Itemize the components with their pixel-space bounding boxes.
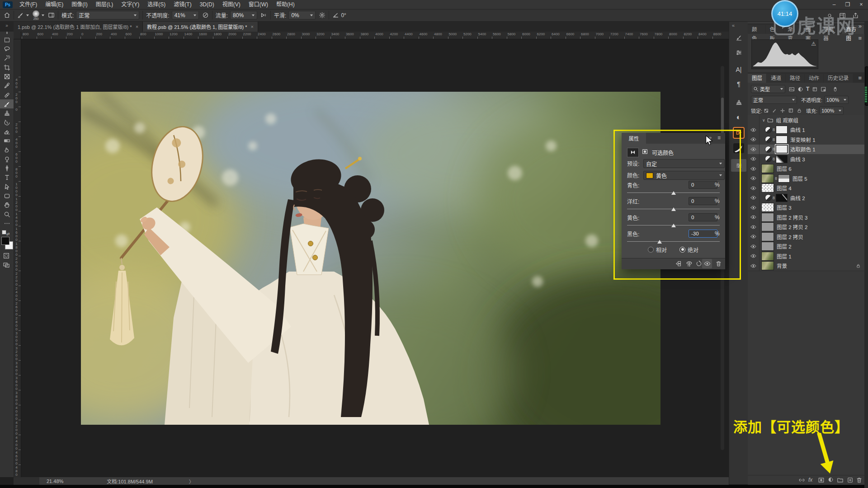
filter-adjustment-layers-icon[interactable] [797, 86, 803, 92]
menu-图层(L)[interactable]: 图层(L) [92, 0, 118, 9]
add-layer-mask-icon[interactable] [818, 477, 825, 485]
layer-visibility-icon[interactable] [748, 203, 760, 213]
preset-select[interactable]: 自定 [643, 159, 725, 168]
lock-all-icon[interactable] [797, 108, 802, 113]
link-layers-icon[interactable] [798, 477, 805, 485]
panel-scrollbar[interactable] [864, 21, 868, 488]
layer-opacity-input[interactable]: 100% [824, 96, 849, 104]
frame-tool[interactable] [0, 72, 14, 81]
layer-row-组 观察组[interactable]: ∨组 观察组 [748, 115, 864, 126]
menu-窗口(W)[interactable]: 窗口(W) [245, 0, 272, 9]
layer-mask-thumbnail[interactable] [776, 155, 788, 163]
filter-smart-object-icon[interactable] [821, 86, 826, 92]
layers-panel-menu-icon[interactable]: ≡ [858, 75, 862, 81]
layer-mask-thumbnail[interactable] [776, 126, 788, 134]
tool-presets-panel-icon[interactable] [731, 46, 746, 59]
layer-name[interactable]: 图层 4 [777, 184, 792, 192]
layer-row-图层 1[interactable]: 图层 1 [748, 251, 864, 262]
radio-相对[interactable]: 相对 [648, 246, 667, 253]
paragraph-panel-icon[interactable]: ¶ [731, 78, 746, 90]
eyedropper-tool[interactable] [0, 81, 14, 90]
stamp-tool[interactable] [0, 109, 14, 118]
delete-layer-icon[interactable] [856, 477, 863, 485]
dr-plugin-panel-icon[interactable]: Dr [731, 127, 746, 139]
share-icon[interactable] [852, 12, 859, 21]
search-icon[interactable] [827, 12, 833, 21]
panel-tab-导航器[interactable]: 导航器 [819, 25, 841, 34]
shape-tool[interactable] [0, 191, 14, 200]
workspace-icon[interactable] [839, 12, 846, 21]
layer-row-曲线 3[interactable]: 8曲线 3 [748, 154, 864, 164]
clone-source-panel-icon[interactable] [731, 96, 746, 108]
pressure-opacity-icon[interactable] [202, 12, 209, 19]
minimize-button[interactable]: – [827, 0, 841, 9]
layer-thumbnail[interactable] [761, 203, 774, 212]
layer-thumbnail[interactable] [761, 213, 774, 222]
layer-row-曲线 1[interactable]: 8曲线 1 [748, 125, 864, 136]
brush-tool[interactable] [0, 99, 14, 108]
slider-value-input[interactable]: -30 [689, 230, 717, 238]
toolbar-collapse-icon[interactable]: » [0, 21, 14, 32]
filter-type-layers-icon[interactable]: T [806, 86, 809, 92]
panel-tab-路径[interactable]: 路径 [786, 74, 804, 83]
layer-thumbnail[interactable] [761, 183, 774, 192]
slider-value-input[interactable]: 0 [689, 181, 717, 189]
close-tab-icon[interactable]: × [251, 24, 254, 29]
menu-滤镜(T)[interactable]: 滤镜(T) [170, 0, 195, 9]
layer-thumbnail[interactable] [761, 222, 774, 231]
blend-mode-select[interactable]: 正常 [76, 11, 139, 19]
layer-thumbnail[interactable] [761, 252, 774, 261]
layer-row-渐变映射 1[interactable]: 8渐变映射 1 [748, 135, 864, 145]
histogram-panel-menu-icon[interactable]: ≡ [858, 35, 862, 42]
lasso-tool[interactable] [0, 45, 14, 54]
layer-name[interactable]: 图层 2 拷贝 2 [777, 223, 807, 230]
retouch-plugin-panel-icon[interactable] [731, 142, 746, 155]
collapse-panels-icon[interactable]: « [732, 23, 735, 28]
layer-visibility-icon[interactable] [748, 212, 760, 222]
layer-thumbnail[interactable] [761, 164, 774, 173]
layer-row-图层 2 拷贝 2[interactable]: 图层 2 拷贝 2 [748, 222, 864, 233]
lock-pixels-icon[interactable] [772, 108, 777, 113]
slider-thumb[interactable] [671, 191, 676, 195]
brush-preset-picker[interactable]: 250 [33, 10, 39, 20]
panel-tab-通道[interactable]: 通道 [767, 74, 785, 83]
layer-row-图层 2 拷贝 3[interactable]: 图层 2 拷贝 3 [748, 212, 864, 223]
filter-shape-layers-icon[interactable] [812, 86, 818, 92]
layer-thumbnail[interactable] [761, 232, 774, 241]
layer-style-icon[interactable]: fx [808, 477, 812, 483]
wand-tool[interactable] [0, 54, 14, 63]
layer-visibility-icon[interactable] [748, 222, 760, 232]
new-layer-icon[interactable] [847, 477, 854, 485]
pen-tool[interactable] [0, 164, 14, 173]
layer-name[interactable]: 图层 2 [777, 243, 792, 250]
lock-position-icon[interactable] [780, 108, 785, 113]
slider-track[interactable] [627, 209, 720, 209]
status-chevron-icon[interactable]: 〉 [189, 478, 194, 485]
slider-value-input[interactable]: 0 [689, 213, 717, 221]
properties-panel-icon[interactable] [731, 159, 746, 172]
toggle-visibility-icon[interactable] [704, 260, 711, 268]
panel-tab-图案[interactable]: 图案 [802, 25, 819, 34]
layer-name[interactable]: 选取颜色 1 [790, 145, 816, 153]
group-caret-icon[interactable]: ∨ [762, 118, 765, 122]
slider-thumb[interactable] [671, 224, 676, 227]
layer-name[interactable]: 图层 2 拷贝 3 [777, 214, 807, 221]
layer-row-图层 5[interactable]: 8图层 5 [748, 174, 864, 184]
menu-编辑(E)[interactable]: 编辑(E) [41, 0, 67, 9]
new-group-icon[interactable] [837, 477, 844, 485]
clip-adjustment-icon[interactable] [642, 148, 648, 156]
layer-visibility-icon[interactable] [748, 135, 760, 145]
layer-filter-type-select[interactable]: 类型 [751, 85, 785, 93]
layer-visibility-icon[interactable] [748, 183, 760, 193]
layer-thumbnail[interactable] [761, 242, 774, 251]
layer-mask-thumbnail[interactable] [776, 145, 788, 153]
layer-row-背景[interactable]: 背景 [748, 261, 864, 272]
more-tool[interactable] [0, 219, 14, 228]
opacity-input[interactable]: 41% [172, 11, 199, 19]
default-colors-icon[interactable] [2, 230, 6, 235]
lock-artboard-icon[interactable] [788, 108, 794, 113]
new-adjustment-layer-icon[interactable] [828, 477, 834, 484]
smoothing-input[interactable]: 0% [288, 11, 316, 19]
document-tab-2[interactable]: 教程.psb @ 21.5% (选取颜色 1, 图层蒙版/8) *× [143, 21, 258, 32]
layer-visibility-icon[interactable] [748, 193, 760, 203]
